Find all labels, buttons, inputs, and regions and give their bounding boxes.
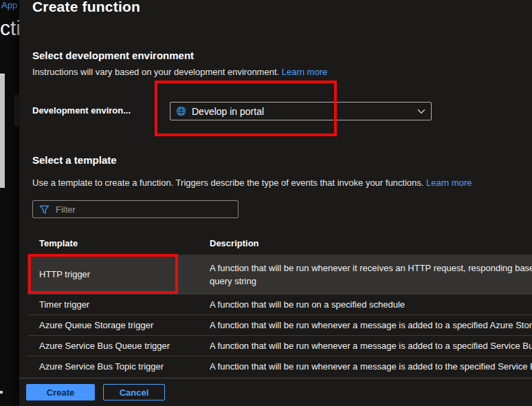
column-header-template: Template (27, 238, 210, 248)
table-row-service-bus-topic-trigger[interactable]: Azure Service Bus Topic trigger A functi… (27, 356, 532, 376)
table-row-queue-storage-trigger[interactable]: Azure Queue Storage trigger A function t… (27, 314, 532, 335)
underlay-page-title-fragment: cti (0, 17, 21, 40)
dev-env-description-text: Instructions will vary based on your dev… (32, 67, 279, 77)
dev-env-dropdown[interactable]: Develop in portal (170, 102, 432, 120)
underlay-breadcrumb-link[interactable]: App (1, 0, 17, 10)
template-name: Azure Queue Storage trigger (27, 320, 210, 330)
table-row-service-bus-queue-trigger[interactable]: Azure Service Bus Queue trigger A functi… (27, 335, 532, 356)
filter-funnel-icon (39, 204, 49, 215)
underlay-fragment-bar (14, 95, 19, 126)
underlay-fragment-speck (0, 391, 3, 394)
template-desc: A function that will be run on a specifi… (210, 299, 529, 310)
dev-env-dropdown-value: Develop in portal (192, 106, 264, 117)
template-desc: A function that will be run whenever a m… (210, 341, 529, 351)
template-description: Use a template to create a function. Tri… (32, 178, 472, 188)
template-name: HTTP trigger (27, 269, 210, 279)
dev-env-description: Instructions will vary based on your dev… (32, 67, 327, 77)
template-description-text: Use a template to create a function. Tri… (32, 178, 423, 188)
template-desc: A function that will be run whenever a m… (210, 361, 529, 372)
globe-icon (176, 106, 186, 116)
table-row-timer-trigger[interactable]: Timer trigger A function that will be ru… (27, 294, 532, 314)
cancel-button[interactable]: Cancel (103, 384, 165, 400)
chevron-down-icon (417, 109, 425, 114)
filter-input[interactable] (56, 204, 232, 215)
template-desc: A function that will be run whenever a m… (210, 320, 529, 330)
template-filter-field[interactable] (32, 200, 239, 218)
dev-env-learn-more-link[interactable]: Learn more (282, 67, 327, 77)
template-name: Azure Service Bus Queue trigger (27, 341, 210, 351)
table-header-row: Template Description (27, 232, 532, 255)
dev-env-section-heading: Select development environment (32, 50, 194, 61)
table-row-http-trigger[interactable]: HTTP trigger A function that will be run… (27, 255, 532, 294)
template-table: Template Description HTTP trigger A func… (27, 232, 532, 376)
page-title: Create function (32, 0, 140, 15)
template-learn-more-link[interactable]: Learn more (426, 178, 472, 188)
column-header-description: Description (210, 238, 532, 248)
panel-footer: Create Cancel (19, 378, 532, 406)
template-name: Timer trigger (27, 299, 210, 310)
underlay-flyout-edge (0, 74, 5, 188)
create-button[interactable]: Create (26, 384, 95, 400)
dev-env-field-label: Development environ... (32, 105, 131, 116)
create-function-panel: Create function Select development envir… (19, 0, 532, 406)
template-desc: A function that will be run whenever it … (210, 261, 532, 288)
template-section-heading: Select a template (32, 154, 117, 166)
template-name: Azure Service Bus Topic trigger (27, 361, 210, 372)
screen: App cti Create function Select developme… (0, 0, 532, 406)
